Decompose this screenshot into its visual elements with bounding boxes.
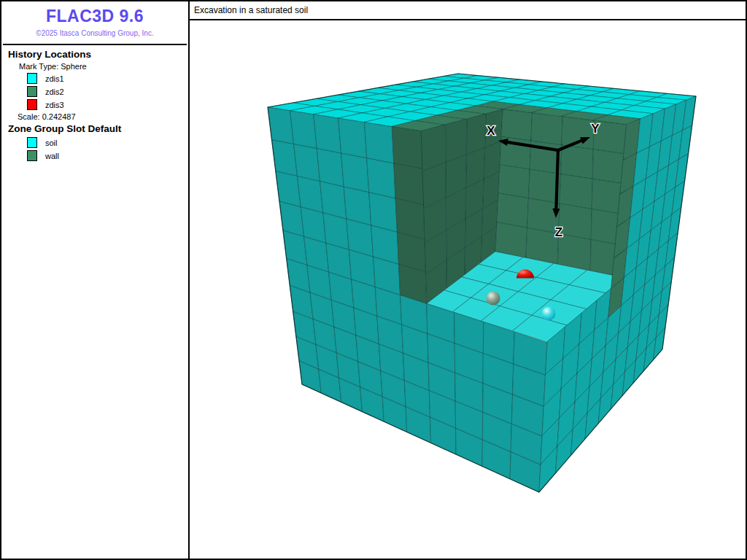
color-swatch	[27, 137, 37, 148]
sidebar-divider	[3, 44, 187, 45]
app-logo-copyright: ©2025 Itasca Consulting Group, Inc.	[1, 29, 188, 37]
legend-section-history-locations: History Locations Mark Type: Sphere zdis…	[1, 49, 188, 121]
legend-item-zdis1: zdis1	[27, 73, 188, 84]
color-swatch	[27, 86, 37, 97]
y-axis-label: Y	[591, 122, 600, 136]
app-logo-title: FLAC3D 9.6	[1, 7, 188, 26]
legend-item-label: zdis2	[45, 88, 64, 96]
scale-label: Scale: 0.242487	[1, 112, 188, 121]
legend-item-label: soil	[45, 139, 58, 147]
legend-item-label: zdis3	[45, 101, 64, 109]
color-swatch	[27, 73, 37, 84]
section-heading: History Locations	[1, 49, 188, 61]
legend-sidebar: FLAC3D 9.6 ©2025 Itasca Consulting Group…	[1, 1, 190, 559]
x-axis-label: X	[487, 124, 495, 138]
color-swatch	[27, 99, 37, 110]
color-swatch	[27, 150, 37, 161]
flac3d-window: FLAC3D 9.6 ©2025 Itasca Consulting Group…	[0, 0, 747, 560]
legend-item-zdis2: zdis2	[27, 86, 188, 97]
app-logo: FLAC3D 9.6 ©2025 Itasca Consulting Group…	[1, 1, 188, 37]
legend-item-label: wall	[45, 152, 59, 160]
mark-type-label: Mark Type: Sphere	[1, 62, 188, 71]
zdis1-marker	[542, 307, 556, 321]
z-axis-arrow	[556, 150, 558, 211]
z-axis-label: Z	[555, 225, 562, 239]
section-heading: Zone Group Slot Default	[1, 123, 188, 135]
legend-section-zone-group: Zone Group Slot Default soil wall	[1, 123, 188, 161]
plot-pane: Excavation in a saturated soil XYZ	[190, 1, 746, 559]
legend-item-wall: wall	[27, 150, 188, 161]
zdis2-marker	[487, 292, 500, 306]
soil-cube-mesh	[268, 74, 696, 492]
legend-item-zdis3: zdis3	[27, 99, 188, 110]
legend-item-soil: soil	[27, 137, 188, 148]
3d-viewport[interactable]: XYZ	[190, 20, 746, 559]
legend-item-label: zdis1	[45, 74, 64, 83]
plot-title: Excavation in a saturated soil	[190, 1, 746, 20]
